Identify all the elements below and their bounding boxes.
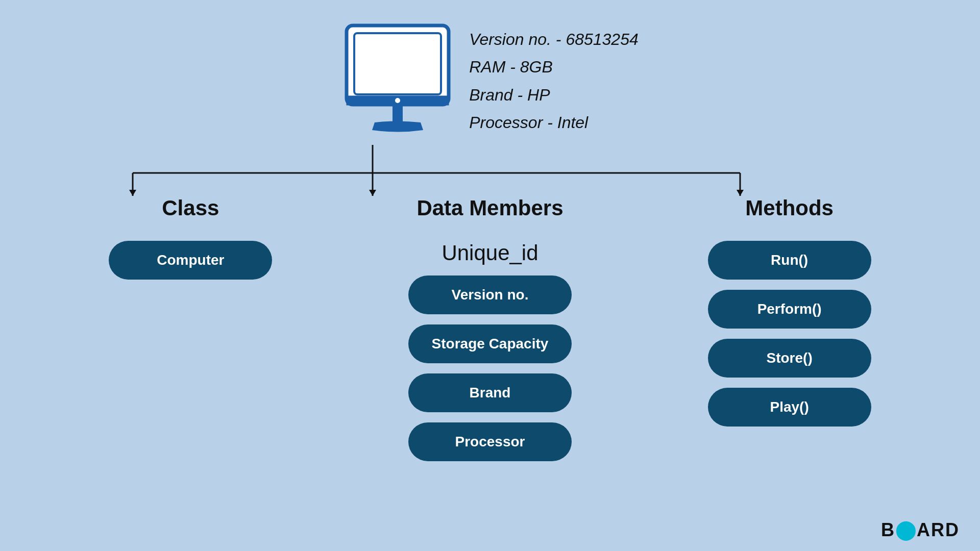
board-logo: B⬤ARD	[881, 519, 960, 541]
data-member-storage-pill: Storage Capacity	[408, 324, 572, 363]
spec-version: Version no. - 68513254	[469, 26, 639, 53]
method-store-pill: Store()	[708, 339, 871, 378]
svg-rect-4	[393, 105, 403, 122]
spec-ram: RAM - 8GB	[469, 53, 639, 81]
data-members-column: Data Members Unique_id Version no. Stora…	[393, 196, 587, 471]
data-member-brand-pill: Brand	[408, 373, 572, 412]
methods-column: Methods Run() Perform() Store() Play()	[693, 196, 887, 437]
method-perform-pill: Perform()	[708, 290, 871, 329]
svg-marker-8	[129, 190, 136, 196]
class-computer-pill: Computer	[109, 241, 272, 280]
columns-section: Class Computer Data Members Unique_id Ve…	[0, 196, 980, 471]
svg-rect-1	[354, 33, 441, 94]
specs-text: Version no. - 68513254 RAM - 8GB Brand -…	[469, 20, 639, 137]
main-container: Version no. - 68513254 RAM - 8GB Brand -…	[0, 0, 980, 551]
method-play-pill: Play()	[708, 388, 871, 427]
data-member-version-pill: Version no.	[408, 276, 572, 314]
data-member-processor-pill: Processor	[408, 422, 572, 461]
computer-icon	[341, 20, 454, 145]
board-dot: ⬤	[895, 519, 917, 540]
spec-brand: Brand - HP	[469, 81, 639, 109]
data-members-header: Data Members	[416, 196, 563, 220]
spec-processor: Processor - Intel	[469, 109, 639, 136]
svg-marker-10	[369, 190, 376, 196]
class-column: Class Computer	[93, 196, 287, 290]
svg-marker-12	[737, 190, 744, 196]
unique-id-label: Unique_id	[442, 241, 538, 265]
top-section: Version no. - 68513254 RAM - 8GB Brand -…	[341, 20, 639, 145]
svg-point-3	[395, 98, 400, 103]
method-run-pill: Run()	[708, 241, 871, 280]
methods-header: Methods	[745, 196, 834, 220]
class-header: Class	[162, 196, 219, 220]
